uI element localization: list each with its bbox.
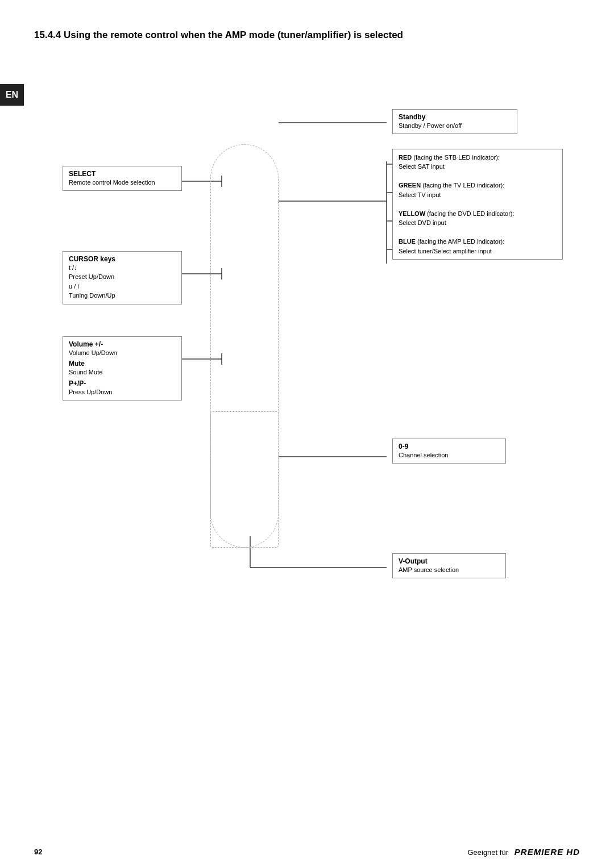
mute-title: Mute	[69, 360, 176, 368]
standby-label-box: Standby Standby / Power on/off	[392, 109, 517, 135]
cursor-keys-line1: t /↓ Preset Up/Down u / i Tuning Down/Up	[69, 263, 176, 301]
brand-label: Geeignet für PREMIERE HD	[467, 847, 580, 857]
remote-numpad-outline	[210, 411, 279, 548]
en-badge: EN	[0, 84, 24, 106]
page-title: 15.4.4 Using the remote control when the…	[34, 23, 580, 42]
select-text: Remote control Mode selection	[69, 178, 176, 187]
diagram-area: SELECT Remote control Mode selection CUR…	[34, 70, 580, 752]
channel-label-box: 0-9 Channel selection	[392, 439, 506, 464]
channel-title: 0-9	[399, 443, 500, 450]
brand-name: PREMIERE HD	[515, 847, 580, 857]
bottom-bar: 92 Geeignet für PREMIERE HD	[34, 847, 580, 857]
volume-text: Volume Up/Down	[69, 348, 176, 358]
page-number: 92	[34, 848, 42, 856]
standby-text: Standby / Power on/off	[399, 121, 511, 131]
pp-text: Press Up/Down	[69, 387, 176, 397]
color-buttons-text: RED (facing the STB LED indicator):Selec…	[399, 153, 557, 256]
color-buttons-label-box: RED (facing the STB LED indicator):Selec…	[392, 149, 563, 260]
volume-title: Volume +/-	[69, 340, 176, 348]
channel-text: Channel selection	[399, 450, 500, 460]
v-output-title: V-Output	[399, 557, 500, 565]
select-title: SELECT	[69, 170, 176, 178]
cursor-keys-title: CURSOR keys	[69, 255, 176, 263]
v-output-label-box: V-Output AMP source selection	[392, 553, 506, 579]
standby-title: Standby	[399, 113, 511, 121]
volume-label-box: Volume +/- Volume Up/Down Mute Sound Mut…	[63, 336, 182, 401]
v-output-text: AMP source selection	[399, 565, 500, 575]
mute-text: Sound Mute	[69, 368, 176, 377]
cursor-keys-label-box: CURSOR keys t /↓ Preset Up/Down u / i Tu…	[63, 251, 182, 304]
pp-title: P+/P-	[69, 379, 176, 387]
select-label-box: SELECT Remote control Mode selection	[63, 166, 182, 191]
